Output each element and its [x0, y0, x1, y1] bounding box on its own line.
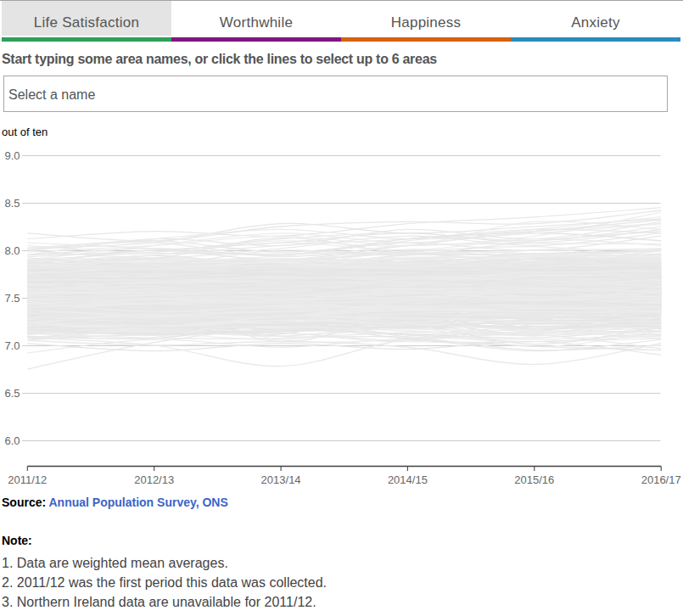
svg-text:6.0: 6.0 — [4, 434, 20, 447]
svg-text:2014/15: 2014/15 — [388, 473, 428, 486]
svg-text:2012/13: 2012/13 — [134, 473, 174, 486]
svg-text:9.0: 9.0 — [4, 149, 20, 162]
svg-text:2013/14: 2013/14 — [261, 473, 301, 486]
svg-text:8.0: 8.0 — [4, 244, 20, 257]
svg-text:2016/17: 2016/17 — [641, 473, 681, 486]
svg-text:6.5: 6.5 — [4, 387, 20, 400]
svg-text:7.0: 7.0 — [4, 339, 20, 352]
svg-text:2015/16: 2015/16 — [514, 473, 554, 486]
svg-text:7.5: 7.5 — [4, 292, 20, 305]
svg-text:2011/12: 2011/12 — [8, 473, 47, 486]
svg-text:8.5: 8.5 — [4, 197, 20, 210]
